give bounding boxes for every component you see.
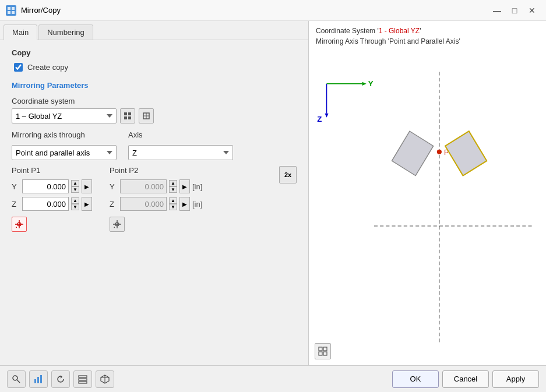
main-content: Main Numbering Copy Create copy Mirrorin…	[0, 21, 546, 365]
points-container: Point P1 Y ▲ ▼ ▶	[12, 166, 297, 232]
p2-z-input	[120, 197, 167, 211]
p1-y-row: Y ▲ ▼ ▶	[12, 179, 92, 193]
cancel-button[interactable]: Cancel	[442, 370, 489, 388]
p1-y-input[interactable]	[22, 179, 69, 193]
svg-point-29	[13, 376, 17, 380]
p2-y-unit: [in]	[192, 182, 202, 191]
p1-y-spinners: ▲ ▼	[71, 180, 79, 193]
p2-z-spinners: ▲ ▼	[169, 197, 177, 210]
create-copy-checkbox[interactable]	[14, 63, 23, 72]
tab-bar: Main Numbering	[0, 21, 308, 40]
coord-icon-btn-1[interactable]	[120, 108, 135, 123]
tab-main[interactable]: Main	[3, 24, 37, 40]
coord-system-label: Coordinate system	[12, 97, 297, 105]
viewport-svg: Y Z P (Y,Z)	[309, 51, 546, 365]
apply-button[interactable]: Apply	[492, 370, 539, 388]
p2-y-row: Y ▲ ▼ ▶ [in]	[110, 179, 202, 193]
svg-rect-35	[79, 376, 87, 377]
toolbar-btn-search[interactable]	[7, 370, 26, 388]
toolbar-btn-package[interactable]	[96, 370, 114, 388]
svg-text:Z: Z	[317, 115, 322, 123]
title-bar: Mirror/Copy — □ ✕	[0, 0, 546, 21]
p2-y-down[interactable]: ▼	[169, 186, 177, 193]
create-copy-row: Create copy	[14, 63, 297, 72]
p1-y-down[interactable]: ▼	[71, 186, 79, 193]
point-p1-group: Point P1 Y ▲ ▼ ▶	[12, 166, 92, 232]
window-title: Mirror/Copy	[21, 6, 489, 15]
close-button[interactable]: ✕	[524, 4, 540, 17]
p1-z-spinners: ▲ ▼	[71, 197, 79, 210]
ok-button[interactable]: OK	[392, 370, 439, 388]
copy-title: Copy	[12, 48, 297, 57]
svg-marker-34	[61, 375, 62, 379]
viewport-info: Coordinate System '1 - Global YZ' Mirror…	[309, 21, 546, 51]
coord-system-group: Coordinate system 1 – Global YZ	[12, 97, 297, 123]
toolbar-btn-refresh[interactable]	[51, 370, 70, 388]
axis-group: Axis Z Y	[128, 130, 233, 160]
svg-marker-23	[392, 131, 433, 175]
p2-z-label: Z	[110, 200, 118, 209]
bottom-bar: OK Cancel Apply	[0, 365, 546, 392]
p1-z-input[interactable]	[22, 197, 69, 211]
coord-icon-btn-2[interactable]	[139, 108, 154, 123]
axis-select[interactable]: Z Y	[128, 145, 233, 160]
svg-rect-31	[34, 379, 36, 383]
mirror-axis-label: Mirroring axis through	[12, 130, 117, 139]
right-panel: Coordinate System '1 - Global YZ' Mirror…	[309, 21, 546, 365]
p1-z-row: Z ▲ ▼ ▶	[12, 197, 92, 211]
p1-y-label: Y	[12, 182, 20, 191]
p2-y-label: Y	[110, 182, 118, 191]
p2-y-arrow[interactable]: ▶	[179, 179, 190, 193]
coord-system-row: 1 – Global YZ	[12, 108, 297, 123]
left-panel: Main Numbering Copy Create copy Mirrorin…	[0, 21, 309, 365]
copy-section: Copy Create copy	[12, 48, 297, 72]
toolbar-btn-list[interactable]	[73, 370, 92, 388]
svg-rect-1	[12, 7, 15, 10]
p2-z-up[interactable]: ▲	[169, 197, 177, 204]
svg-rect-32	[37, 377, 39, 383]
viewport-axis-desc: Mirroring Axis Through 'Point and Parall…	[316, 36, 539, 47]
p1-z-arrow[interactable]: ▶	[82, 197, 92, 211]
svg-point-21	[437, 150, 442, 154]
p2-y-spinners: ▲ ▼	[169, 180, 177, 193]
svg-line-30	[17, 380, 20, 383]
mirror-axis-group: Mirroring axis through Point and paralle…	[12, 130, 117, 160]
axis-label: Axis	[128, 130, 233, 139]
svg-rect-7	[128, 116, 131, 119]
svg-rect-3	[12, 11, 15, 14]
p1-y-arrow[interactable]: ▶	[82, 179, 92, 193]
point-p2-group: Point P2 Y ▲ ▼ ▶ [in]	[110, 166, 202, 232]
mirror-axis-select[interactable]: Point and parallel axis	[12, 145, 117, 160]
p1-z-up[interactable]: ▲	[71, 197, 79, 204]
viewport-zoom-button[interactable]	[315, 343, 331, 359]
p1-pick-button[interactable]	[12, 217, 27, 232]
p2-z-arrow[interactable]: ▶	[179, 197, 190, 211]
maximize-button[interactable]: □	[506, 4, 523, 17]
p2-y-input	[120, 179, 167, 193]
minimize-button[interactable]: —	[489, 4, 505, 17]
axis-row: Mirroring axis through Point and paralle…	[12, 130, 297, 160]
p2-z-row: Z ▲ ▼ ▶ [in]	[110, 197, 202, 211]
p2-pick-button[interactable]	[110, 217, 125, 232]
svg-text:Y: Y	[368, 79, 374, 88]
svg-rect-28	[323, 352, 327, 355]
viewport-canvas: Y Z P (Y,Z)	[309, 51, 546, 365]
p1-y-up[interactable]: ▲	[71, 180, 79, 186]
p2-z-down[interactable]: ▼	[169, 204, 177, 210]
svg-rect-36	[79, 379, 87, 380]
svg-marker-24	[445, 131, 487, 175]
svg-rect-4	[124, 112, 127, 115]
svg-rect-37	[79, 382, 87, 383]
toolbar-btn-chart[interactable]	[29, 370, 48, 388]
p1-z-down[interactable]: ▼	[71, 204, 79, 210]
viewport-coord-line: Coordinate System '1 - Global YZ'	[316, 26, 539, 36]
window-controls: — □ ✕	[489, 4, 540, 17]
form-area: Copy Create copy Mirroring Parameters Co…	[0, 40, 308, 365]
mirroring-title: Mirroring Parameters	[12, 81, 297, 90]
coord-system-select[interactable]: 1 – Global YZ	[12, 108, 117, 123]
svg-rect-26	[323, 347, 327, 351]
p2-y-up[interactable]: ▲	[169, 180, 177, 186]
svg-marker-14	[362, 82, 367, 86]
tab-numbering[interactable]: Numbering	[38, 24, 93, 40]
zoom-2x-button[interactable]: 2x	[279, 166, 297, 183]
